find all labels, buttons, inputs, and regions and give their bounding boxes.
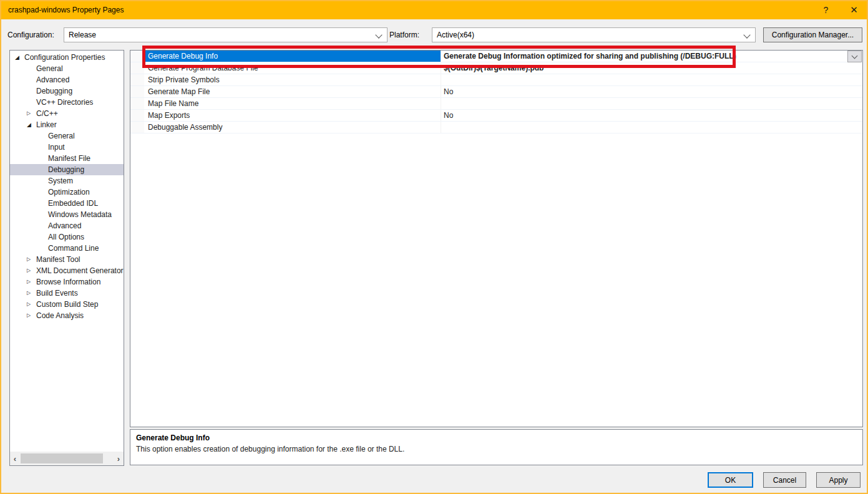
tree-item-c-c[interactable]: ▷C/C++: [10, 108, 124, 119]
tree-horizontal-scrollbar[interactable]: ‹ ›: [10, 452, 124, 465]
tree-item-custom-build-step[interactable]: ▷Custom Build Step: [10, 299, 124, 310]
tree-item-advanced[interactable]: Advanced: [10, 220, 124, 231]
titlebar-buttons: ? ✕: [812, 0, 868, 19]
property-name: Map File Name: [144, 98, 441, 109]
property-value[interactable]: $(OutDir)$(TargetName).pdb: [441, 62, 862, 74]
ok-button[interactable]: OK: [708, 472, 753, 488]
description-title: Generate Debug Info: [136, 433, 857, 442]
row-gutter: [130, 86, 144, 97]
configuration-label: Configuration:: [7, 31, 54, 39]
tree-item-label: Advanced: [48, 220, 81, 231]
apply-button[interactable]: Apply: [816, 472, 861, 488]
cancel-button[interactable]: Cancel: [763, 472, 806, 488]
tree-item-system[interactable]: System: [10, 175, 124, 186]
tree-item-label: Linker: [36, 119, 57, 130]
expanded-arrow-icon[interactable]: ◢: [15, 52, 24, 63]
configuration-dropdown[interactable]: Release: [64, 27, 388, 42]
property-tree-panel: ◢Configuration PropertiesGeneralAdvanced…: [9, 50, 124, 466]
tree-item-label: Code Analysis: [36, 310, 84, 321]
collapsed-arrow-icon[interactable]: ▷: [27, 108, 36, 119]
collapsed-arrow-icon[interactable]: ▷: [27, 310, 36, 321]
property-row-map-file-name[interactable]: Map File Name: [130, 98, 862, 110]
tree-item-manifest-file[interactable]: Manifest File: [10, 153, 124, 164]
property-tree: ◢Configuration PropertiesGeneralAdvanced…: [10, 51, 124, 321]
tree-item-label: Custom Build Step: [36, 299, 98, 310]
collapsed-arrow-icon[interactable]: ▷: [27, 254, 36, 265]
property-name: Strip Private Symbols: [144, 74, 441, 85]
property-row-map-exports[interactable]: Map ExportsNo: [130, 110, 862, 122]
collapsed-arrow-icon[interactable]: ▷: [27, 288, 36, 299]
tree-item-label: Manifest Tool: [36, 254, 80, 265]
tree-item-general[interactable]: General: [10, 130, 124, 142]
collapsed-arrow-icon[interactable]: ▷: [27, 299, 36, 310]
row-gutter: [130, 62, 144, 74]
tree-item-debugging[interactable]: Debugging: [10, 164, 124, 175]
tree-item-linker[interactable]: ◢Linker: [10, 119, 124, 130]
scroll-right-icon[interactable]: ›: [114, 454, 124, 463]
tree-item-command-line[interactable]: Command Line: [10, 243, 124, 254]
tree-item-browse-information[interactable]: ▷Browse Information: [10, 276, 124, 288]
platform-dropdown[interactable]: Active(x64): [432, 27, 756, 42]
property-row-generate-program-database-file[interactable]: Generate Program Database File$(OutDir)$…: [130, 62, 862, 74]
property-value[interactable]: [441, 98, 862, 109]
window-title: crashpad-windows Property Pages: [0, 6, 124, 14]
property-value[interactable]: No: [441, 86, 862, 97]
tree-item-code-analysis[interactable]: ▷Code Analysis: [10, 310, 124, 321]
platform-label: Platform:: [389, 31, 419, 39]
description-text: This option enables creation of debuggin…: [136, 445, 857, 453]
chevron-down-icon: [852, 53, 858, 59]
scroll-left-icon[interactable]: ‹: [10, 454, 20, 463]
row-gutter: [130, 122, 144, 133]
description-panel: Generate Debug Info This option enables …: [130, 429, 863, 465]
tree-item-advanced[interactable]: Advanced: [10, 74, 124, 85]
tree-item-optimization[interactable]: Optimization: [10, 186, 124, 198]
row-gutter: [130, 98, 144, 109]
property-name: Generate Map File: [144, 86, 441, 97]
tree-item-vc-directories[interactable]: VC++ Directories: [10, 97, 124, 108]
property-row-generate-map-file[interactable]: Generate Map FileNo: [130, 86, 862, 98]
property-row-debuggable-assembly[interactable]: Debuggable Assembly: [130, 122, 862, 133]
configuration-manager-button[interactable]: Configuration Manager...: [763, 27, 862, 42]
scrollbar-track[interactable]: [20, 453, 114, 463]
property-value[interactable]: No: [441, 110, 862, 121]
collapsed-arrow-icon[interactable]: ▷: [27, 276, 36, 288]
property-row-generate-debug-info[interactable]: Generate Debug InfoGenerate Debug Inform…: [130, 51, 862, 62]
row-gutter: [130, 51, 144, 62]
tree-item-label: Debugging: [48, 164, 84, 175]
tree-item-label: All Options: [48, 231, 84, 243]
tree-item-label: General: [48, 130, 75, 142]
tree-item-label: VC++ Directories: [36, 97, 93, 108]
row-gutter: [130, 110, 144, 121]
tree-item-configuration-properties[interactable]: ◢Configuration Properties: [10, 52, 124, 63]
scrollbar-thumb[interactable]: [21, 453, 103, 463]
titlebar: crashpad-windows Property Pages ? ✕: [0, 0, 868, 19]
tree-item-general[interactable]: General: [10, 63, 124, 74]
property-name: Map Exports: [144, 110, 441, 121]
tree-item-label: C/C++: [36, 108, 58, 119]
property-name: Debuggable Assembly: [144, 122, 441, 133]
tree-item-input[interactable]: Input: [10, 142, 124, 153]
tree-item-xml-document-generator[interactable]: ▷XML Document Generator: [10, 265, 124, 276]
tree-item-debugging[interactable]: Debugging: [10, 85, 124, 97]
tree-item-build-events[interactable]: ▷Build Events: [10, 288, 124, 299]
property-value[interactable]: [441, 122, 862, 133]
tree-item-windows-metadata[interactable]: Windows Metadata: [10, 209, 124, 220]
tree-item-label: Manifest File: [48, 153, 90, 164]
tree-item-embedded-idl[interactable]: Embedded IDL: [10, 198, 124, 209]
expanded-arrow-icon[interactable]: ◢: [27, 119, 36, 130]
property-value[interactable]: Generate Debug Information optimized for…: [441, 51, 862, 62]
collapsed-arrow-icon[interactable]: ▷: [27, 265, 36, 276]
close-button[interactable]: ✕: [840, 0, 868, 19]
value-dropdown-button[interactable]: [847, 51, 862, 62]
property-row-strip-private-symbols[interactable]: Strip Private Symbols: [130, 74, 862, 86]
help-button[interactable]: ?: [812, 0, 840, 19]
property-name: Generate Program Database File: [144, 62, 441, 74]
property-value[interactable]: [441, 74, 862, 85]
tree-item-label: Windows Metadata: [48, 209, 112, 220]
tree-item-label: Debugging: [36, 85, 72, 97]
chevron-down-icon: [375, 31, 382, 38]
tree-item-manifest-tool[interactable]: ▷Manifest Tool: [10, 254, 124, 265]
tree-item-all-options[interactable]: All Options: [10, 231, 124, 243]
platform-dropdown-value: Active(x64): [437, 31, 474, 39]
tree-item-label: General: [36, 63, 63, 74]
